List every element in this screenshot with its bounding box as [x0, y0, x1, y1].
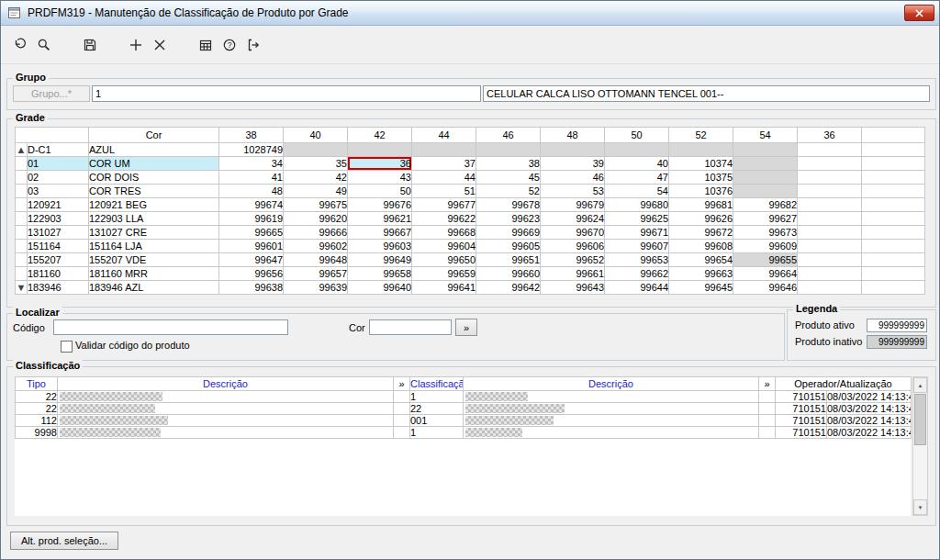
- classificacao-row[interactable]: 222271015108/03/2022 14:13:42: [16, 403, 912, 415]
- grupo-button[interactable]: Grupo...*: [13, 85, 90, 102]
- grade-cell[interactable]: 99621: [348, 212, 412, 226]
- grupo-description-input[interactable]: [483, 85, 930, 102]
- grade-cell[interactable]: [798, 198, 862, 212]
- classificacao-row[interactable]: 11200171015108/03/2022 14:13:42: [16, 415, 912, 427]
- grade-cell[interactable]: 99670: [541, 226, 605, 240]
- grade-cell[interactable]: 99666: [284, 226, 348, 240]
- grade-cell[interactable]: [669, 143, 733, 157]
- calendar-button[interactable]: [194, 33, 218, 57]
- grade-cell[interactable]: 99662: [605, 267, 669, 281]
- grade-cell[interactable]: 99651: [476, 253, 541, 267]
- grade-cell[interactable]: 42: [284, 171, 348, 185]
- grade-cell[interactable]: 53: [541, 185, 605, 198]
- grade-cell[interactable]: [541, 143, 605, 157]
- grade-cell[interactable]: 99643: [541, 281, 605, 295]
- grade-cell[interactable]: [798, 185, 862, 198]
- grade-cell[interactable]: 99672: [669, 226, 733, 240]
- grade-cell[interactable]: 99604: [412, 240, 476, 253]
- grade-cell[interactable]: 99646: [733, 281, 798, 295]
- classificacao-expand2-button[interactable]: »: [759, 377, 776, 391]
- grade-cell[interactable]: 99679: [541, 198, 605, 212]
- grade-cell[interactable]: 44: [412, 171, 476, 185]
- grade-row[interactable]: 01COR UM3435363738394010374: [16, 157, 925, 171]
- grade-cell[interactable]: 45: [476, 171, 541, 185]
- alt-prod-selecao-button[interactable]: Alt. prod. seleção...: [10, 532, 118, 550]
- grade-row[interactable]: ▲D-C1AZUL1028749: [16, 143, 925, 157]
- grade-cell[interactable]: 99675: [284, 198, 348, 212]
- grade-cell[interactable]: 99627: [733, 212, 798, 226]
- grade-cell[interactable]: 99671: [605, 226, 669, 240]
- grade-cell[interactable]: 99609: [733, 240, 798, 253]
- grade-cell[interactable]: 99658: [348, 267, 412, 281]
- grade-cell[interactable]: 99644: [605, 281, 669, 295]
- save-button[interactable]: [78, 33, 102, 57]
- grade-cell[interactable]: 99603: [348, 240, 412, 253]
- scroll-up-button[interactable]: ▲: [913, 377, 927, 393]
- grade-cell[interactable]: 99681: [669, 198, 733, 212]
- undo-button[interactable]: [8, 33, 32, 57]
- grupo-code-input[interactable]: [92, 85, 481, 102]
- scroll-thumb[interactable]: [914, 394, 926, 445]
- grade-cell[interactable]: 99678: [476, 198, 541, 212]
- grade-cell[interactable]: 99647: [219, 253, 284, 267]
- grade-cell[interactable]: 99607: [605, 240, 669, 253]
- grade-cell[interactable]: 54: [605, 185, 669, 198]
- classificacao-expand1-button[interactable]: »: [394, 377, 410, 391]
- grade-cell[interactable]: 99674: [219, 198, 284, 212]
- grade-cell[interactable]: 49: [284, 185, 348, 198]
- grade-cell[interactable]: 99667: [348, 226, 412, 240]
- grade-cell[interactable]: 99606: [541, 240, 605, 253]
- grade-cell[interactable]: [733, 143, 798, 157]
- grade-cell[interactable]: [733, 185, 798, 198]
- grade-cell[interactable]: [798, 226, 862, 240]
- grade-cell[interactable]: 35: [284, 157, 348, 171]
- grade-cell[interactable]: 99653: [605, 253, 669, 267]
- grade-cell[interactable]: 99605: [476, 240, 541, 253]
- grade-cell[interactable]: 38: [476, 157, 541, 171]
- grade-cell[interactable]: 99665: [219, 226, 284, 240]
- classificacao-row[interactable]: 9998171015108/03/2022 14:13:42: [16, 427, 912, 439]
- grade-cell[interactable]: 99608: [669, 240, 733, 253]
- help-button[interactable]: ?: [218, 33, 241, 57]
- grade-cell[interactable]: 99664: [733, 267, 798, 281]
- search-button[interactable]: [32, 33, 56, 57]
- grade-cell[interactable]: 10374: [669, 157, 733, 171]
- add-button[interactable]: [124, 33, 148, 57]
- grade-cell[interactable]: 99661: [541, 267, 605, 281]
- grade-cell[interactable]: 99669: [476, 226, 541, 240]
- grade-cell[interactable]: 99673: [733, 226, 798, 240]
- grade-cell[interactable]: [605, 143, 669, 157]
- grade-row[interactable]: 151164151164 LJA996019960299603996049960…: [16, 240, 925, 253]
- grade-cell[interactable]: 99656: [219, 267, 284, 281]
- grade-cell[interactable]: 99654: [669, 253, 733, 267]
- grade-cell[interactable]: 99642: [476, 281, 541, 295]
- grade-cell[interactable]: 99645: [669, 281, 733, 295]
- grade-cell[interactable]: 99657: [284, 267, 348, 281]
- close-button[interactable]: [904, 5, 934, 21]
- grade-cell[interactable]: 99660: [476, 267, 541, 281]
- codigo-input[interactable]: [53, 319, 288, 335]
- grade-cell[interactable]: [798, 212, 862, 226]
- grade-cell[interactable]: [798, 171, 862, 185]
- grade-cell[interactable]: [284, 143, 348, 157]
- grade-cell[interactable]: 10376: [669, 185, 733, 198]
- grade-cell[interactable]: 99649: [348, 253, 412, 267]
- grade-cell[interactable]: 34: [219, 157, 284, 171]
- grade-cell[interactable]: 99601: [219, 240, 284, 253]
- grade-cell[interactable]: [798, 143, 862, 157]
- grade-cell[interactable]: 41: [219, 171, 284, 185]
- grade-cell[interactable]: 99663: [669, 267, 733, 281]
- exit-button[interactable]: [241, 33, 265, 57]
- grade-selected-cell[interactable]: 36: [348, 157, 412, 171]
- grade-cell[interactable]: 99641: [412, 281, 476, 295]
- cor-input[interactable]: [369, 319, 452, 335]
- grade-cell[interactable]: [348, 143, 412, 157]
- grade-cell[interactable]: 99624: [541, 212, 605, 226]
- classificacao-scrollbar[interactable]: ▲ ▼: [912, 376, 928, 516]
- cor-lookup-button[interactable]: »: [455, 319, 477, 336]
- grade-cell[interactable]: 47: [605, 171, 669, 185]
- grade-cell[interactable]: 43: [348, 171, 412, 185]
- grade-row[interactable]: 181160181160 MRR996569965799658996599966…: [16, 267, 925, 281]
- grade-cell[interactable]: 99652: [541, 253, 605, 267]
- grade-cell[interactable]: 99619: [219, 212, 284, 226]
